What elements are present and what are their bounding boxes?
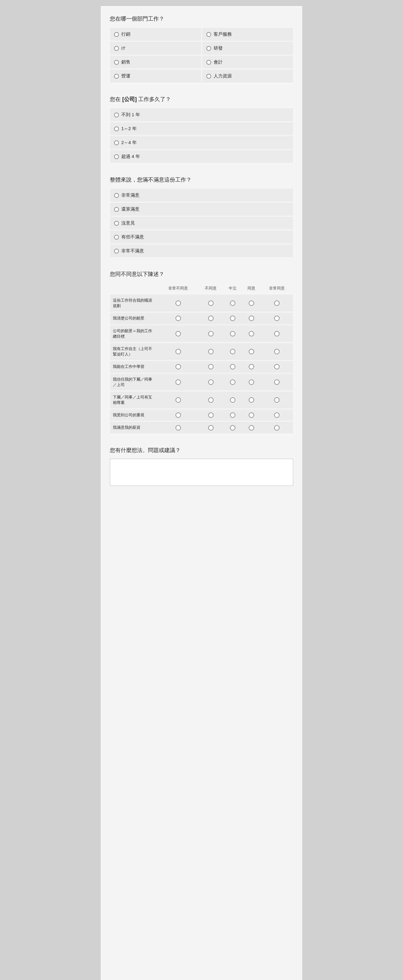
radio-icon[interactable] xyxy=(230,412,236,418)
matrix-radio-cell[interactable] xyxy=(224,391,242,409)
radio-icon[interactable] xyxy=(249,379,254,385)
radio-icon[interactable] xyxy=(249,397,254,403)
matrix-radio-cell[interactable] xyxy=(242,361,261,373)
matrix-radio-cell[interactable] xyxy=(242,312,261,325)
radio-icon[interactable] xyxy=(114,154,119,159)
radio-icon[interactable] xyxy=(230,331,236,336)
matrix-radio-cell[interactable] xyxy=(242,342,261,360)
q1-opt-7[interactable]: 會計 xyxy=(202,56,293,69)
radio-icon[interactable] xyxy=(175,349,181,354)
radio-icon[interactable] xyxy=(230,316,236,321)
q2-opt-3[interactable]: 2～4 年 xyxy=(110,136,293,150)
q1-opt-5[interactable]: 客戶服務 xyxy=(202,28,293,41)
radio-icon[interactable] xyxy=(274,301,280,306)
radio-icon[interactable] xyxy=(249,316,254,321)
matrix-radio-cell[interactable] xyxy=(224,373,242,391)
q1-opt-8[interactable]: 人力資源 xyxy=(202,69,293,83)
matrix-radio-cell[interactable] xyxy=(198,391,224,409)
radio-icon[interactable] xyxy=(249,331,254,336)
matrix-radio-cell[interactable] xyxy=(158,295,198,312)
matrix-radio-cell[interactable] xyxy=(198,325,224,342)
radio-icon[interactable] xyxy=(175,364,181,369)
radio-icon[interactable] xyxy=(206,32,211,37)
radio-icon[interactable] xyxy=(114,193,119,198)
radio-icon[interactable] xyxy=(274,331,280,336)
matrix-radio-cell[interactable] xyxy=(198,361,224,373)
radio-icon[interactable] xyxy=(114,221,119,226)
matrix-radio-cell[interactable] xyxy=(158,409,198,422)
radio-icon[interactable] xyxy=(206,46,211,51)
radio-icon[interactable] xyxy=(175,301,181,306)
radio-icon[interactable] xyxy=(208,331,213,336)
q1-opt-4[interactable]: 營運 xyxy=(110,69,202,83)
radio-icon[interactable] xyxy=(208,412,213,418)
matrix-radio-cell[interactable] xyxy=(198,342,224,360)
q1-opt-6[interactable]: 研發 xyxy=(202,41,293,56)
radio-icon[interactable] xyxy=(274,397,280,403)
q1-opt-2[interactable]: IT xyxy=(110,41,202,56)
radio-icon[interactable] xyxy=(175,331,181,336)
radio-icon[interactable] xyxy=(206,60,211,65)
radio-icon[interactable] xyxy=(249,425,254,431)
radio-icon[interactable] xyxy=(230,301,236,306)
radio-icon[interactable] xyxy=(274,425,280,431)
radio-icon[interactable] xyxy=(274,379,280,385)
matrix-radio-cell[interactable] xyxy=(261,312,293,325)
q1-opt-1[interactable]: 行銷 xyxy=(110,28,202,41)
matrix-radio-cell[interactable] xyxy=(198,409,224,422)
matrix-radio-cell[interactable] xyxy=(224,409,242,422)
radio-icon[interactable] xyxy=(175,379,181,385)
radio-icon[interactable] xyxy=(114,74,119,79)
radio-icon[interactable] xyxy=(230,425,236,431)
radio-icon[interactable] xyxy=(175,397,181,403)
radio-icon[interactable] xyxy=(175,412,181,418)
matrix-radio-cell[interactable] xyxy=(198,295,224,312)
matrix-radio-cell[interactable] xyxy=(158,312,198,325)
q3-opt-3[interactable]: 沒意見 xyxy=(110,216,293,230)
matrix-radio-cell[interactable] xyxy=(261,391,293,409)
q2-opt-1[interactable]: 不到 1 年 xyxy=(110,108,293,122)
matrix-radio-cell[interactable] xyxy=(242,295,261,312)
radio-icon[interactable] xyxy=(114,126,119,131)
q2-opt-2[interactable]: 1～2 年 xyxy=(110,122,293,136)
radio-icon[interactable] xyxy=(274,364,280,369)
matrix-radio-cell[interactable] xyxy=(224,312,242,325)
radio-icon[interactable] xyxy=(274,349,280,354)
radio-icon[interactable] xyxy=(230,349,236,354)
matrix-radio-cell[interactable] xyxy=(242,325,261,342)
radio-icon[interactable] xyxy=(249,364,254,369)
radio-icon[interactable] xyxy=(175,316,181,321)
q3-opt-2[interactable]: 還算滿意 xyxy=(110,202,293,216)
matrix-radio-cell[interactable] xyxy=(158,325,198,342)
radio-icon[interactable] xyxy=(249,301,254,306)
q3-opt-5[interactable]: 非常不滿意 xyxy=(110,244,293,258)
matrix-radio-cell[interactable] xyxy=(261,361,293,373)
matrix-radio-cell[interactable] xyxy=(224,342,242,360)
radio-icon[interactable] xyxy=(274,316,280,321)
radio-icon[interactable] xyxy=(114,207,119,212)
radio-icon[interactable] xyxy=(114,60,119,65)
q5-textarea[interactable] xyxy=(110,459,293,486)
radio-icon[interactable] xyxy=(114,140,119,145)
radio-icon[interactable] xyxy=(114,249,119,253)
radio-icon[interactable] xyxy=(208,316,213,321)
radio-icon[interactable] xyxy=(208,379,213,385)
matrix-radio-cell[interactable] xyxy=(198,373,224,391)
matrix-radio-cell[interactable] xyxy=(158,391,198,409)
matrix-radio-cell[interactable] xyxy=(224,325,242,342)
matrix-radio-cell[interactable] xyxy=(242,391,261,409)
radio-icon[interactable] xyxy=(114,46,119,51)
radio-icon[interactable] xyxy=(175,425,181,431)
radio-icon[interactable] xyxy=(208,364,213,369)
radio-icon[interactable] xyxy=(274,412,280,418)
matrix-radio-cell[interactable] xyxy=(261,373,293,391)
radio-icon[interactable] xyxy=(208,349,213,354)
q1-opt-3[interactable]: 銷售 xyxy=(110,56,202,69)
radio-icon[interactable] xyxy=(230,379,236,385)
radio-icon[interactable] xyxy=(114,32,119,37)
matrix-radio-cell[interactable] xyxy=(242,373,261,391)
matrix-radio-cell[interactable] xyxy=(261,409,293,422)
matrix-radio-cell[interactable] xyxy=(224,422,242,434)
matrix-radio-cell[interactable] xyxy=(158,361,198,373)
radio-icon[interactable] xyxy=(230,364,236,369)
